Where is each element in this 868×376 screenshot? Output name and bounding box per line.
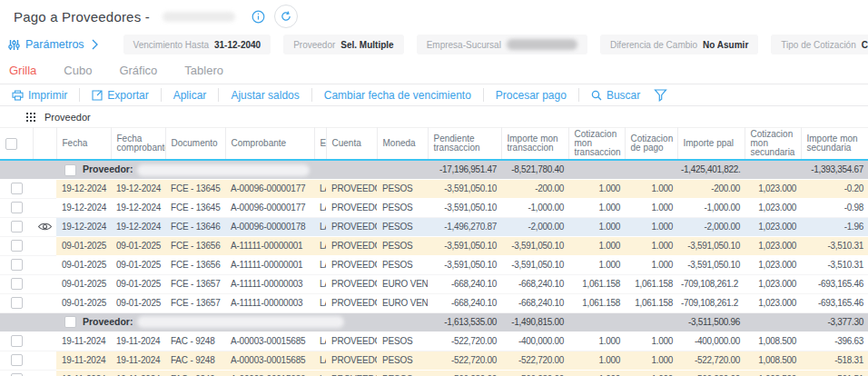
cell-documento: FCE - 13645 — [165, 198, 225, 217]
cell-imp_ppal: -3,591,050.10 — [677, 236, 745, 255]
table-row[interactable]: 09-01-202509-01-2025FCE - 13656A-11111-0… — [0, 236, 868, 255]
table-row[interactable]: 19-11-202419-11-2024FAC - 9249A-00003-00… — [0, 370, 868, 376]
imprimir-button[interactable]: Imprimir — [0, 89, 79, 102]
tab-cubo[interactable]: Cubo — [64, 64, 92, 77]
column-header-pendiente[interactable]: Pendiente transaccion — [428, 128, 501, 161]
table-header-row: FechaFecha comprobanteDocumentoComproban… — [0, 128, 868, 161]
cell-imp_sec: -1.96 — [801, 217, 868, 236]
cambiar-fecha-vencimiento-button[interactable]: Cambiar fecha de vencimiento — [312, 89, 483, 102]
group-label: Proveedor: — [83, 163, 133, 174]
cell-cot_sec: 1,023.000 — [745, 293, 801, 312]
sliders-icon — [8, 39, 20, 51]
table-row[interactable]: 19-11-202419-11-2024FAC - 9248A-00003-00… — [0, 331, 868, 351]
chip-empresa-sucursal[interactable]: Empresa-Sucursal — [417, 35, 587, 54]
table-row[interactable]: 19-12-202419-12-2024FCE - 13645A-00096-0… — [0, 179, 868, 198]
row-checkbox[interactable] — [11, 221, 23, 233]
tab-grafico[interactable]: Gráfico — [119, 64, 157, 77]
select-all-checkbox[interactable] — [5, 138, 17, 150]
refresh-button[interactable] — [274, 5, 298, 28]
exportar-button[interactable]: Exportar — [80, 89, 160, 102]
row-checkbox[interactable] — [11, 183, 23, 194]
cell-comprobante: A-00096-00000178 — [225, 217, 314, 236]
group-total-imp_ppal: -3,511,500.96 — [677, 312, 745, 331]
filter-icon[interactable] — [654, 89, 667, 102]
parameters-toggle[interactable]: Parámetros — [8, 38, 98, 51]
buscar-button[interactable]: Buscar — [579, 89, 652, 102]
aplicar-button[interactable]: Aplicar — [162, 89, 219, 102]
chip-diferencia-de-cambio[interactable]: Diferencia de Cambio No Asumir — [600, 35, 758, 54]
column-header-select[interactable] — [0, 128, 33, 161]
tab-tablero[interactable]: Tablero — [184, 64, 223, 77]
cell-cot_pago: 1.000 — [625, 179, 677, 198]
group-select-checkbox[interactable] — [64, 316, 76, 328]
column-header-cot_sec[interactable]: Cotizacion mon secundaria — [745, 128, 801, 161]
cell-fecha_comp: 19-12-2024 — [111, 217, 165, 236]
row-checkbox[interactable] — [11, 297, 23, 309]
column-header-moneda[interactable]: Moneda — [377, 128, 428, 161]
column-header-cot_tran[interactable]: Cotizacion mon transaccion — [568, 128, 625, 161]
row-checkbox[interactable] — [11, 278, 23, 290]
row-checkbox[interactable] — [11, 240, 23, 252]
cell-imp_sec: -396.63 — [801, 331, 868, 351]
column-header-cot_pago[interactable]: Cotizacion de pago — [625, 128, 677, 161]
select-cell — [0, 198, 33, 217]
group-by-field[interactable]: Proveedor — [44, 112, 91, 123]
cell-imp_tran: -2,000.00 — [501, 217, 568, 236]
info-button[interactable] — [252, 10, 265, 24]
column-header-imp_sec[interactable]: Importe mon secundaria — [801, 128, 868, 161]
cell-cot_pago: 1.000 — [625, 351, 677, 370]
column-header-view[interactable] — [33, 128, 56, 161]
cell-pendiente: -3,591,050.10 — [428, 236, 501, 255]
group-total-imp_tran: -8,521,780.40 — [501, 160, 568, 179]
procesar-pago-button[interactable]: Procesar pago — [484, 89, 578, 102]
column-header-documento[interactable]: Documento — [165, 128, 225, 161]
column-header-fecha_comp[interactable]: Fecha comprobante — [111, 128, 165, 161]
view-tabs: Grilla Cubo Gráfico Tablero — [0, 56, 868, 84]
cell-documento: FCE - 13645 — [165, 179, 225, 198]
select-cell — [0, 293, 33, 312]
cell-pendiente: -3,591,050.10 — [428, 255, 501, 274]
group-name-cell: Proveedor: — [56, 160, 428, 179]
parameter-chips: Vencimiento Hasta 31-12-2040 Proveedor S… — [123, 35, 868, 54]
view-cell — [33, 217, 56, 236]
cell-comprobante: A-00003-00015685 — [225, 351, 314, 370]
column-header-imp_ppal[interactable]: Importe ppal — [677, 128, 745, 161]
table-row[interactable]: 09-01-202509-01-2025FCE - 13657A-11111-0… — [0, 293, 868, 312]
cell-en: LA — [314, 351, 326, 370]
chip-vencimiento-hasta[interactable]: Vencimiento Hasta 31-12-2040 — [123, 35, 271, 54]
select-cell — [0, 179, 33, 198]
supplier-group-row[interactable]: Proveedor:-1,613,535.00-1,490,815.00-3,5… — [0, 312, 868, 331]
column-header-comprobante[interactable]: Comprobante — [225, 128, 314, 161]
cell-pendiente: -1,496,270.87 — [428, 217, 501, 236]
cell-fecha_comp: 09-01-2025 — [111, 274, 165, 293]
group-spacer — [0, 160, 33, 179]
table-row[interactable]: 19-12-202419-12-2024FCE - 13645A-00096-0… — [0, 198, 868, 217]
row-checkbox[interactable] — [11, 202, 23, 213]
group-select-checkbox[interactable] — [64, 164, 76, 176]
group-name-cell: Proveedor: — [56, 312, 428, 331]
table-row[interactable]: 09-01-202509-01-2025FCE - 13657A-11111-0… — [0, 274, 868, 293]
column-header-en[interactable]: En — [314, 128, 326, 161]
row-checkbox[interactable] — [11, 335, 23, 347]
column-header-fecha[interactable]: Fecha — [56, 128, 111, 161]
cell-imp_ppal: -3,591,050.10 — [677, 255, 745, 274]
cell-en: LA — [314, 236, 326, 255]
column-header-cuenta[interactable]: Cuenta — [326, 128, 377, 161]
supplier-group-row[interactable]: Proveedor:-17,196,951.47-8,521,780.40-1,… — [0, 160, 868, 179]
ajustar-saldos-button[interactable]: Ajustar saldos — [219, 89, 311, 102]
row-checkbox[interactable] — [11, 354, 23, 366]
row-checkbox[interactable] — [11, 259, 23, 271]
eye-icon[interactable] — [37, 222, 53, 232]
table-row[interactable]: 09-01-202509-01-2025FCE - 13656A-11111-0… — [0, 255, 868, 274]
cell-fecha: 19-11-2024 — [56, 331, 111, 351]
table-row[interactable]: 19-12-202419-12-2024FCE - 13646A-00096-0… — [0, 217, 868, 236]
cell-cot_tran: 1.000 — [568, 236, 625, 255]
chip-tipo-de-cotizacion[interactable]: Tipo de Cotización Cotización Origen — [771, 35, 868, 54]
chip-proveedor[interactable]: Proveedor Sel. Multiple — [283, 35, 403, 54]
tab-grilla[interactable]: Grilla — [9, 64, 36, 77]
cell-moneda: PESOS — [377, 331, 428, 351]
cell-cot_pago: 1.000 — [625, 198, 677, 217]
table-row[interactable]: 19-11-202419-11-2024FAC - 9248A-00003-00… — [0, 351, 868, 370]
cell-documento: FCE - 13657 — [165, 274, 225, 293]
column-header-imp_tran[interactable]: Importe mon transaccion — [501, 128, 568, 161]
